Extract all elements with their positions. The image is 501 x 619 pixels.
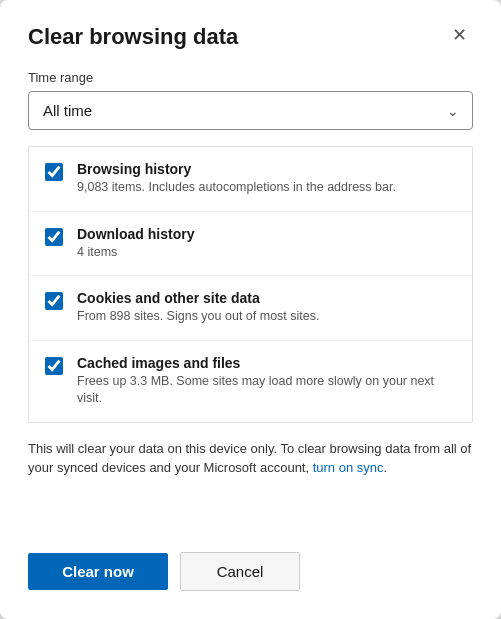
turn-on-sync-link[interactable]: turn on sync [313, 460, 384, 475]
browsing-history-desc: 9,083 items. Includes autocompletions in… [77, 179, 396, 197]
list-item: Browsing history 9,083 items. Includes a… [29, 147, 472, 212]
dialog-header: Clear browsing data ✕ [28, 24, 473, 50]
cached-checkbox[interactable] [45, 357, 63, 375]
cached-desc: Frees up 3.3 MB. Some sites may load mor… [77, 373, 456, 408]
browsing-history-label[interactable]: Browsing history [77, 161, 396, 177]
info-text: This will clear your data on this device… [28, 439, 473, 533]
time-range-select[interactable]: Last hour Last 24 hours Last 7 days Last… [28, 91, 473, 130]
checkboxes-area: Browsing history 9,083 items. Includes a… [28, 146, 473, 423]
cancel-button[interactable]: Cancel [180, 552, 300, 591]
time-range-wrapper: Last hour Last 24 hours Last 7 days Last… [28, 91, 473, 130]
list-item: Download history 4 items [29, 212, 472, 277]
cached-label[interactable]: Cached images and files [77, 355, 456, 371]
cookies-label[interactable]: Cookies and other site data [77, 290, 319, 306]
list-item: Cached images and files Frees up 3.3 MB.… [29, 341, 472, 422]
download-history-checkbox[interactable] [45, 228, 63, 246]
clear-browsing-data-dialog: Clear browsing data ✕ Time range Last ho… [0, 0, 501, 619]
dialog-title: Clear browsing data [28, 24, 238, 50]
close-button[interactable]: ✕ [446, 24, 473, 46]
dialog-footer: Clear now Cancel [28, 552, 473, 591]
download-history-label[interactable]: Download history [77, 226, 194, 242]
cookies-checkbox[interactable] [45, 292, 63, 310]
time-range-label: Time range [28, 70, 473, 85]
list-item: Cookies and other site data From 898 sit… [29, 276, 472, 341]
download-history-desc: 4 items [77, 244, 194, 262]
clear-now-button[interactable]: Clear now [28, 553, 168, 590]
cookies-desc: From 898 sites. Signs you out of most si… [77, 308, 319, 326]
browsing-history-checkbox[interactable] [45, 163, 63, 181]
